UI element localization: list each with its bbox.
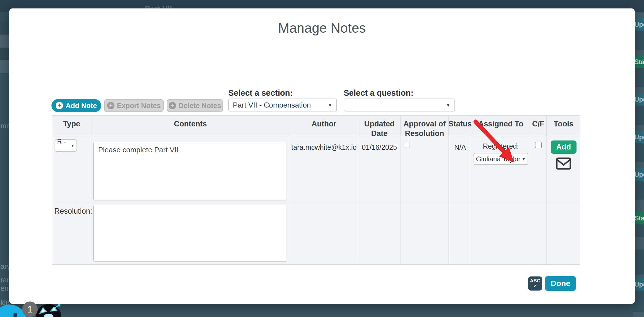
add-assignment-button[interactable]: Add [551,140,577,154]
column-header-cf: C/F [530,116,547,136]
section-select[interactable]: Part VII - Compensation [228,99,337,111]
export-notes-button[interactable]: Export Notes [104,99,164,112]
done-button[interactable]: Done [545,276,576,291]
assigned-to-select[interactable]: Giuliana Taylor [474,153,528,165]
chat-bubble-mark [13,313,17,317]
empty-cell [401,202,449,265]
notes-table: Type Contents Author Updated Date Approv… [52,115,580,265]
column-header-type: Type [52,116,91,136]
envelope-icon[interactable] [556,157,571,170]
assigned-to-cell: Registered: Giuliana Taylor [472,136,530,202]
status-value: N/A [449,143,472,151]
background-button-fragment: Upd [634,93,644,106]
column-header-assigned-to: Assigned To [472,116,530,136]
background-button-fragment: Upd [634,131,644,143]
note-type-select[interactable]: R - .. [55,139,77,152]
export-notes-label: Export Notes [117,102,161,110]
column-header-status: Status [449,116,472,136]
cf-checkbox[interactable] [535,142,542,148]
empty-cell [449,202,472,265]
approval-cell [401,136,449,202]
chat-notification-badge[interactable]: 1 [22,302,38,317]
delete-notes-label: Delete Notes [179,102,221,110]
updated-date-value: 01/16/2025 [358,143,400,151]
column-header-author: Author [290,116,358,136]
contents-cell: Please complete Part VII [91,136,290,202]
check-icon [528,283,542,288]
question-select[interactable] [344,99,455,111]
screen: Part VII - ma ary ram en klis Upd Star U… [0,0,644,317]
background-button-fragment: Star [634,56,644,68]
note-contents-textarea[interactable]: Please complete Part VII [93,142,287,200]
column-header-approval: Approval of Resolution [401,116,449,136]
assigned-to-label: Registered: [472,142,530,150]
empty-cell [530,202,547,265]
spellcheck-label: ABC [528,278,542,283]
section-select-value: Part VII - Compensation [233,101,311,110]
background-button-fragment: Star [634,212,644,224]
author-value: tara.mcwhite@k1x.io [290,143,358,151]
add-note-label: Add Note [66,102,97,110]
plus-circle-icon [56,102,63,109]
assigned-to-value: Giuliana Taylor [476,155,520,163]
resolution-label-cell: Resolution: [52,202,91,265]
approval-checkbox[interactable] [404,142,410,148]
plus-circle-icon [169,102,176,109]
caret-down-icon [446,103,451,108]
plus-circle-icon [107,102,114,109]
background-button-fragment: Upd [634,278,644,291]
type-cell: R - .. [52,136,91,202]
empty-cell [472,202,530,265]
note-type-value: R - .. [57,138,71,153]
author-cell: tara.mcwhite@k1x.io [290,136,358,202]
caret-down-icon [71,144,75,148]
spellcheck-button[interactable]: ABC [528,276,542,291]
resolution-label: Resolution: [54,207,92,215]
page-title: Manage Notes [9,20,635,36]
status-cell: N/A [449,136,472,202]
resolution-textarea[interactable] [93,205,287,262]
column-header-updated-date: Updated Date [358,116,401,136]
column-header-contents: Contents [91,116,290,136]
sidebar-item-fragment: en [1,284,8,293]
tools-cell: Add [547,136,580,202]
cf-cell [530,136,547,202]
caret-down-icon [522,157,526,161]
manage-notes-modal: Manage Notes Add Note Export Notes Delet… [9,8,635,304]
background-button-fragment: Upd [634,168,644,181]
updated-date-cell: 01/16/2025 [358,136,401,202]
column-header-tools: Tools [547,116,580,136]
resolution-contents-cell [91,202,290,265]
delete-notes-button[interactable]: Delete Notes [167,99,223,112]
robot-cat-mascot-icon[interactable] [36,303,62,317]
background-button-fragment: Upd [634,18,644,31]
sidebar-item-fragment: ma [1,122,10,130]
empty-cell [547,202,580,265]
caret-down-icon [328,103,332,108]
question-select-label: Select a question: [344,88,413,98]
empty-cell [358,202,401,265]
add-note-button[interactable]: Add Note [51,99,101,112]
empty-cell [290,202,358,265]
section-select-label: Select a section: [228,88,293,98]
sidebar-item-fragment: ary [1,262,10,271]
